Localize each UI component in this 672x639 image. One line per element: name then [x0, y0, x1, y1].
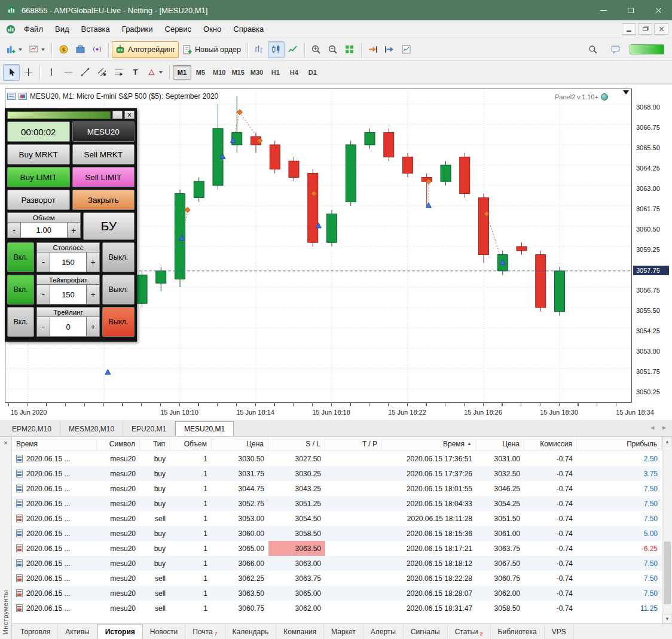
zoom-out-button[interactable] [325, 41, 341, 58]
enable-button[interactable]: Вкл. [7, 307, 34, 337]
chart-shift-button[interactable] [381, 41, 398, 58]
minus-button[interactable]: - [36, 317, 50, 337]
shapes-button[interactable] [143, 64, 166, 81]
toolbox-tab-активы[interactable]: Активы [58, 624, 97, 639]
toolbox-tab-новости[interactable]: Новости [143, 624, 185, 639]
timeframe-m15-button[interactable]: M15 [228, 65, 247, 80]
minimize-button[interactable] [589, 0, 617, 20]
minus-button[interactable]: - [36, 284, 50, 305]
horizontal-line-button[interactable] [60, 64, 77, 81]
chart-tab[interactable]: MESM20,M10 [60, 421, 123, 436]
toolbox-tab-vps[interactable]: VPS [545, 624, 574, 639]
sell-market-button[interactable]: Sell MRKT [72, 144, 135, 165]
disable-button[interactable]: Выкл. [102, 242, 135, 272]
timeframe-d1-button[interactable]: D1 [303, 65, 322, 80]
child-close-button[interactable] [654, 23, 668, 35]
column-header[interactable]: Объем [170, 437, 212, 451]
breakeven-button[interactable]: БУ [83, 212, 135, 240]
history-row[interactable]: 2020.06.15 ...mesu20buy13030.503027.5020… [12, 451, 662, 466]
value-field[interactable]: 150 [50, 252, 86, 272]
menu-item[interactable]: Окно [197, 22, 227, 36]
chart-tab[interactable]: MESU20,M1 [175, 421, 234, 436]
market-watch-button[interactable]: $ [55, 41, 72, 58]
toolbox-tab-почта[interactable]: Почта7 [185, 624, 225, 639]
plus-button[interactable]: + [86, 317, 100, 337]
history-row[interactable]: 2020.06.15 ...mesu20buy13066.003063.0020… [12, 556, 662, 571]
panel-close-button[interactable]: X [124, 111, 135, 119]
text-tool-button[interactable]: T [127, 64, 143, 81]
menu-item[interactable]: Графики [116, 22, 159, 36]
plus-button[interactable]: + [86, 284, 100, 305]
timeframe-h1-button[interactable]: H1 [266, 65, 285, 80]
child-restore-button[interactable] [638, 23, 652, 35]
scroll-up-icon[interactable]: ▲ [662, 437, 672, 446]
timeframe-m10-button[interactable]: M10 [210, 65, 228, 80]
menu-item[interactable]: Файл [18, 22, 49, 36]
new-chart-button[interactable] [3, 41, 26, 58]
chart-profiles-button[interactable] [26, 41, 48, 58]
volume-value[interactable]: 1.00 [21, 222, 67, 238]
history-row[interactable]: 2020.06.15 ...mesu20buy13065.003063.5020… [12, 541, 662, 556]
column-header[interactable]: T / P [325, 437, 382, 451]
column-header[interactable]: Цена [212, 437, 268, 451]
toolbox-tab-маркет[interactable]: Маркет [324, 624, 364, 639]
chart-tabs-next-icon[interactable]: ► [661, 424, 667, 431]
history-row[interactable]: 2020.06.15 ...mesu20buy13044.753043.2520… [12, 481, 662, 496]
history-row[interactable]: 2020.06.15 ...mesu20sell13062.253063.752… [12, 571, 662, 586]
volume-plus-button[interactable]: + [67, 222, 81, 238]
chart-tab[interactable]: EPU20,M1 [123, 421, 175, 436]
history-row[interactable]: 2020.06.15 ...mesu20sell13060.753062.002… [12, 601, 662, 616]
column-header[interactable]: Тип [140, 437, 170, 451]
toolbox-tab-сигналы[interactable]: Сигналы [404, 624, 448, 639]
menu-item[interactable]: Сервис [159, 22, 198, 36]
toolbox-tab-статьи[interactable]: Статьи2 [448, 624, 491, 639]
tile-windows-button[interactable] [341, 41, 358, 58]
toolbox-tab-компания[interactable]: Компания [276, 624, 324, 639]
disable-button[interactable]: Выкл. [102, 275, 135, 305]
toolbox-tab-календарь[interactable]: Календарь [225, 624, 277, 639]
timeframe-m5-button[interactable]: M5 [191, 65, 210, 80]
plus-button[interactable]: + [86, 252, 100, 272]
crosshair-button[interactable] [20, 64, 36, 81]
menu-item[interactable]: Вставка [75, 22, 116, 36]
panel-minimize-button[interactable]: _ [112, 111, 123, 119]
signals-button[interactable] [88, 41, 105, 58]
toolbox-tab-библиотека[interactable]: Библиотека [491, 624, 545, 639]
child-minimize-button[interactable] [622, 23, 636, 35]
toolbox-tab-история[interactable]: История [97, 624, 143, 639]
column-header[interactable]: Комиссия [524, 437, 577, 451]
search-button[interactable] [584, 41, 601, 58]
maximize-button[interactable] [617, 0, 644, 20]
column-header[interactable]: Время▲ [382, 437, 476, 451]
fibonacci-button[interactable]: F [110, 64, 127, 81]
toolbox-window-button[interactable] [72, 41, 88, 58]
line-chart-button[interactable] [285, 41, 301, 58]
timeframe-m1-button[interactable]: M1 [173, 65, 191, 80]
chart-tab[interactable]: EPM20,M10 [4, 421, 60, 436]
buy-limit-button[interactable]: Buy LIMIT [7, 167, 70, 187]
value-field[interactable]: 0 [50, 317, 86, 337]
buy-market-button[interactable]: Buy MRKT [7, 144, 70, 165]
disable-button[interactable]: Выкл. [102, 307, 135, 337]
panel-symbol-button[interactable]: MESU20 [72, 121, 135, 142]
auto-scroll-button[interactable] [365, 41, 381, 58]
value-field[interactable]: 150 [50, 284, 86, 305]
candles-chart-button[interactable] [268, 41, 285, 58]
history-row[interactable]: 2020.06.15 ...mesu20buy13031.753030.2520… [12, 466, 662, 481]
chart-tabs-prev-icon[interactable]: ◄ [649, 424, 655, 431]
column-header[interactable]: Прибыль [577, 437, 662, 451]
enable-button[interactable]: Вкл. [7, 242, 34, 272]
scrollbar-thumb[interactable] [664, 541, 671, 604]
menu-item[interactable]: Справка [227, 22, 270, 36]
close-position-button[interactable]: Закрыть [72, 190, 135, 210]
bars-chart-button[interactable] [251, 41, 268, 58]
column-header[interactable]: Время [12, 437, 97, 451]
toolbox-tab-торговля[interactable]: Торговля [13, 624, 58, 639]
volume-minus-button[interactable]: - [7, 222, 21, 238]
time-scale[interactable]: 15 Jun 202015 Jun 18:1015 Jun 18:1415 Ju… [0, 403, 672, 420]
zoom-in-button[interactable] [308, 41, 325, 58]
timeframe-m30-button[interactable]: M30 [248, 65, 266, 80]
scroll-down-icon[interactable]: ▼ [662, 614, 672, 623]
history-row[interactable]: 2020.06.15 ...mesu20sell13063.503065.002… [12, 586, 662, 601]
column-header[interactable]: S / L [268, 437, 325, 451]
